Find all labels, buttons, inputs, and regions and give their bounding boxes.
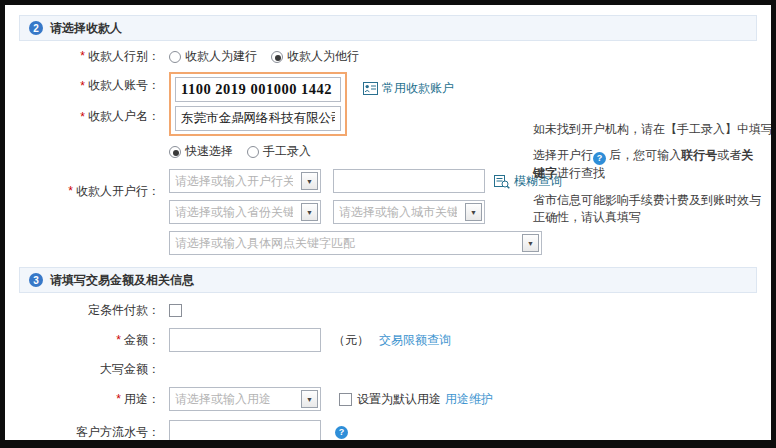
city-input[interactable]: [336, 201, 460, 223]
section-payee-title: 请选择收款人: [50, 20, 122, 37]
opening-bank-line-2: ▼ ▼: [169, 200, 562, 224]
payee-account-number-label: *收款人账号：: [19, 72, 169, 99]
chevron-down-icon: ▼: [470, 209, 477, 216]
chevron-down-icon: ▼: [306, 209, 313, 216]
radio-payee-ccb-label[interactable]: 收款人为建行: [185, 48, 257, 65]
amount-label: *金额：: [19, 332, 169, 349]
required-marker: *: [68, 184, 73, 198]
payee-account-name-label: *收款人户名：: [19, 103, 169, 130]
chevron-down-icon: ▼: [306, 178, 313, 185]
purpose-maintain-link[interactable]: 用途维护: [445, 391, 493, 408]
bank-keyword-input[interactable]: [333, 169, 485, 193]
opening-bank-line-1: ▼: [169, 169, 562, 193]
help-line-province-city: 省市信息可能影响手续费计费及到账时效与正确性，请认真填写: [533, 192, 765, 227]
chevron-down-icon: ▼: [527, 240, 534, 247]
radio-quick-select-label[interactable]: 快速选择: [185, 143, 233, 160]
opening-bank-label: *收款人开户行：: [19, 183, 169, 200]
purpose-combo[interactable]: ▼: [169, 387, 321, 411]
radio-manual-entry-label[interactable]: 手工录入: [263, 143, 311, 160]
required-marker: *: [80, 79, 85, 93]
purpose-dropdown-button[interactable]: ▼: [301, 390, 318, 408]
chevron-down-icon: ▼: [306, 396, 313, 403]
conditional-payment-label: 定条件付款：: [19, 302, 169, 319]
favorite-payees-link[interactable]: 常用收款账户: [382, 80, 454, 97]
purpose-label: *用途：: [19, 391, 169, 408]
radio-payee-other-bank[interactable]: [271, 51, 283, 63]
payee-account-name-input[interactable]: [175, 106, 341, 131]
city-combo[interactable]: ▼: [333, 200, 485, 224]
payee-account-labels: *收款人账号： *收款人户名：: [19, 72, 169, 130]
conditional-payment-row: 定条件付款：: [19, 302, 757, 319]
transfer-form-page: 2 请选择收款人 *收款人行别： 收款人为建行 收款人为他行 *收款人账号： *…: [5, 5, 771, 440]
radio-quick-select[interactable]: [169, 146, 181, 158]
payee-account-number-input[interactable]: [175, 77, 341, 102]
province-combo[interactable]: ▼: [169, 200, 321, 224]
help-line-manual-entry: 如未找到开户机构，请在【手工录入】中填写: [533, 121, 765, 138]
bank-select-combo[interactable]: ▼: [169, 169, 321, 193]
account-highlight-box: [169, 72, 347, 136]
branch-combo[interactable]: ▼: [169, 231, 542, 255]
default-purpose-checkbox[interactable]: [339, 393, 352, 406]
client-serial-row: 客户方流水号： ?: [19, 420, 757, 440]
section-header-payee: 2 请选择收款人: [19, 15, 757, 41]
step-2-badge: 2: [29, 21, 43, 35]
window-frame: 2 请选择收款人 *收款人行别： 收款人为建行 收款人为他行 *收款人账号： *…: [0, 0, 776, 448]
amount-words-row: 大写金额：: [19, 361, 757, 378]
amount-words-label: 大写金额：: [19, 361, 169, 378]
help-line-keyword: 选择开户行? 后，您可输入联行号或者关键字进行查找: [533, 147, 765, 182]
amount-row: *金额： （元） 交易限额查询: [19, 328, 757, 352]
bank-select-dropdown-button[interactable]: ▼: [301, 172, 318, 190]
document-search-icon: [494, 174, 510, 189]
section-header-amount: 3 请填写交易金额及相关信息: [19, 267, 757, 293]
contact-card-icon: [363, 82, 378, 95]
radio-payee-other-bank-label[interactable]: 收款人为他行: [287, 48, 359, 65]
help-column: 如未找到开户机构，请在【手工录入】中填写 选择开户行? 后，您可输入联行号或者关…: [533, 121, 765, 236]
radio-manual-entry[interactable]: [247, 146, 259, 158]
purpose-input[interactable]: [172, 388, 296, 410]
client-serial-input[interactable]: [169, 420, 321, 440]
client-serial-label: 客户方流水号：: [19, 424, 169, 441]
payee-bank-type-label: *收款人行别：: [19, 48, 169, 65]
required-marker: *: [80, 110, 85, 124]
amount-section-body: 定条件付款： *金额： （元） 交易限额查询 大写金额： *用途：: [19, 302, 757, 440]
amount-unit: （元）: [333, 332, 369, 349]
amount-input[interactable]: [169, 328, 321, 352]
purpose-row: *用途： ▼ 设置为默认用途 用途维护: [19, 387, 757, 411]
help-icon[interactable]: ?: [593, 152, 606, 165]
opening-bank-line-3: ▼: [169, 231, 562, 255]
payee-bank-type-row: *收款人行别： 收款人为建行 收款人为他行: [19, 48, 757, 65]
transaction-limit-link[interactable]: 交易限额查询: [379, 332, 451, 349]
province-input[interactable]: [172, 201, 296, 223]
required-marker: *: [80, 49, 85, 63]
favorite-payees-link-wrap: 常用收款账户: [363, 80, 454, 97]
section-amount-title: 请填写交易金额及相关信息: [50, 272, 194, 289]
bank-select-input[interactable]: [172, 170, 296, 192]
help-icon[interactable]: ?: [335, 426, 348, 439]
city-dropdown-button[interactable]: ▼: [465, 203, 482, 221]
required-marker: *: [116, 392, 121, 406]
default-purpose-checkbox-label[interactable]: 设置为默认用途: [357, 391, 441, 408]
step-3-badge: 3: [29, 273, 43, 287]
branch-input[interactable]: [172, 232, 517, 254]
opening-bank-controls: ▼: [169, 169, 562, 255]
radio-payee-ccb[interactable]: [169, 51, 181, 63]
required-marker: *: [116, 333, 121, 347]
branch-dropdown-button[interactable]: ▼: [522, 234, 539, 252]
province-dropdown-button[interactable]: ▼: [301, 203, 318, 221]
conditional-payment-checkbox[interactable]: [169, 304, 182, 317]
